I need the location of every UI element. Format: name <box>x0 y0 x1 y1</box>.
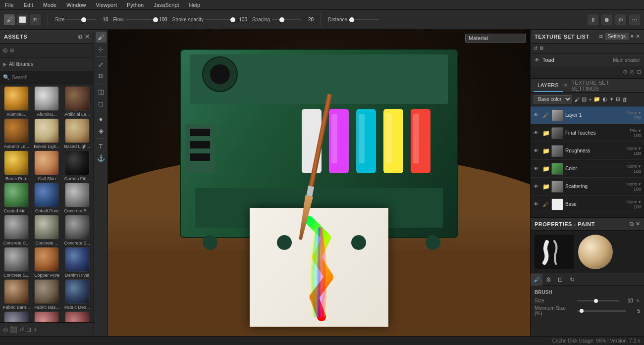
props-close-icon[interactable]: ✕ <box>636 221 640 227</box>
asset-item[interactable]: Fabric Barn... <box>2 279 31 310</box>
tsl-settings-button[interactable]: Settings <box>605 33 629 40</box>
assets-footer-add[interactable]: + <box>33 326 37 334</box>
assets-library-path[interactable]: All libraries <box>9 61 33 67</box>
layer-row[interactable]: 👁📁ColorNorm ▾100 <box>531 160 644 178</box>
layer-add-icon[interactable]: + <box>589 97 591 102</box>
props-tab-brush[interactable]: 🖌 <box>531 274 542 286</box>
asset-item[interactable]: Fabric Bas... <box>32 279 61 310</box>
tool-paint[interactable]: 🖌 <box>96 32 107 43</box>
layer-add-paint-icon[interactable]: 🖌 <box>574 97 580 102</box>
asset-item[interactable]: Calf Skin <box>32 150 61 181</box>
assets-grid-toggle[interactable]: ⊞ <box>10 48 14 53</box>
texture-set-toad-row[interactable]: 👁 Toad Main shader <box>531 53 644 66</box>
paint-brush-tool[interactable]: 🖌 <box>4 14 15 25</box>
menu-mode[interactable]: Mode <box>41 2 59 8</box>
size-slider-thumb[interactable] <box>81 17 86 22</box>
asset-item[interactable]: Fabric Knit... <box>2 311 31 322</box>
layer-mode-label[interactable]: Norm ▾ <box>627 182 642 187</box>
layer-mode-label[interactable]: Norm ▾ <box>627 146 642 151</box>
asset-item[interactable]: Carbon Fib... <box>63 150 92 181</box>
assets-tool-1[interactable]: ◎ <box>3 47 8 53</box>
props-tab-settings[interactable]: ⚙ <box>542 274 554 286</box>
layer-add-fill-icon[interactable]: ▥ <box>582 96 587 102</box>
asset-item[interactable]: Aluminu... <box>2 86 31 117</box>
asset-item[interactable]: Fabric Ros... <box>63 311 92 322</box>
tsl-chevron-icon[interactable]: ▾ <box>631 33 634 40</box>
tsl-bottom-icon-1[interactable]: ⚙ <box>623 69 628 75</box>
layer-mode-label[interactable]: Ptlv ▾ <box>630 128 641 133</box>
layers-tab[interactable]: LAYERS <box>534 79 563 92</box>
tool-shader[interactable]: ◈ <box>96 125 107 136</box>
smudge-tool[interactable]: ≋ <box>30 14 41 25</box>
assets-footer-icon-3[interactable]: ↺ <box>19 326 24 333</box>
flow-slider-track[interactable] <box>126 19 156 20</box>
menu-viewport[interactable]: Viewport <box>94 2 119 8</box>
layer-visibility-icon[interactable]: 👁 <box>534 148 540 153</box>
props-tab-fx[interactable]: ↻ <box>566 274 578 286</box>
size-slider-track[interactable] <box>66 19 96 20</box>
viewport-canvas[interactable] <box>108 30 530 336</box>
asset-item[interactable]: Baked Ligh... <box>32 118 61 149</box>
menu-window[interactable]: Window <box>64 2 88 8</box>
assets-footer-icon-1[interactable]: ◎ <box>3 326 8 333</box>
tsl-eye-icon[interactable]: 👁 <box>535 57 539 63</box>
toolbar-more-btn[interactable]: ⋯ <box>629 14 640 25</box>
tool-select[interactable]: ⊹ <box>96 44 107 54</box>
layer-delete-icon[interactable]: 🗑 <box>622 97 628 102</box>
asset-item[interactable]: Cobalt Pure <box>32 183 61 213</box>
tool-text[interactable]: T <box>96 141 107 151</box>
layer-mode-label[interactable]: Norm ▾ <box>627 164 642 169</box>
layer-mask-icon[interactable]: ◐ <box>602 96 607 102</box>
menu-help[interactable]: Help <box>187 2 203 8</box>
tsl-bottom-icon-2[interactable]: ◎ <box>630 69 635 75</box>
tsl-icon-1[interactable]: ↺ <box>534 46 537 51</box>
layer-row[interactable]: 👁🖌Layer 1Norm ▾100 <box>531 106 644 124</box>
assets-footer-icon-4[interactable]: ⊡ <box>26 326 31 333</box>
spacing-slider[interactable] <box>272 19 302 20</box>
asset-item[interactable]: Concrete B... <box>63 183 92 213</box>
asset-item[interactable]: Coated Me... <box>2 183 31 213</box>
asset-item[interactable]: Concrete C... <box>2 215 31 246</box>
layer-visibility-icon[interactable]: 👁 <box>534 112 540 118</box>
distance-thumb[interactable] <box>349 17 354 22</box>
assets-footer-icon-2[interactable]: ⬛ <box>10 326 17 333</box>
asset-item[interactable]: Baked Ligh... <box>63 118 92 149</box>
menu-file[interactable]: File <box>3 2 16 8</box>
layer-visibility-icon[interactable]: 👁 <box>534 201 540 207</box>
flow-slider-thumb[interactable] <box>153 17 158 22</box>
tsl-expand-icon[interactable]: ⧉ <box>599 33 603 40</box>
viewport[interactable]: Material Metalness/Roughness Specular/Gl… <box>108 30 530 336</box>
min-size-param-slider[interactable] <box>577 310 626 312</box>
tsl-close-icon[interactable]: ✕ <box>636 33 640 40</box>
toolbar-rec-btn[interactable]: ⏺ <box>601 14 612 25</box>
assets-close-icon[interactable]: ✕ <box>85 33 90 40</box>
layer-row[interactable]: 👁📁Final TouchesPtlv ▾100 <box>531 124 644 142</box>
tool-material[interactable]: ● <box>96 113 107 124</box>
layer-row[interactable]: 👁📁RoughnessNorm ▾100 <box>531 142 644 160</box>
layer-visibility-icon[interactable]: 👁 <box>534 130 540 136</box>
layer-visibility-icon[interactable]: 👁 <box>534 184 540 189</box>
layer-mode-label[interactable]: Norm ▾ <box>627 199 642 204</box>
asset-item[interactable]: Concrete S... <box>63 215 92 246</box>
layer-mode-label[interactable]: Norm ▾ <box>627 110 642 115</box>
size-param-thumb[interactable] <box>594 299 598 303</box>
search-input[interactable] <box>12 75 91 80</box>
asset-item[interactable]: Brass Pure <box>2 150 31 181</box>
texture-set-settings-tab[interactable]: TEXTURE SET SETTINGS <box>568 80 641 92</box>
asset-item[interactable]: Artificial Le... <box>63 86 92 117</box>
asset-item[interactable]: Aluminu... <box>32 86 61 117</box>
tsl-bottom-icon-3[interactable]: ⊡ <box>637 69 641 75</box>
size-param-slider[interactable] <box>577 300 619 301</box>
spacing-thumb[interactable] <box>279 17 284 22</box>
asset-item[interactable]: Autumn Le... <box>2 118 31 149</box>
layers-tab-close[interactable]: ✕ <box>564 83 568 88</box>
layer-visibility-icon[interactable]: 👁 <box>534 166 540 171</box>
tool-layers[interactable]: ⧉ <box>96 71 107 82</box>
layer-folder-icon[interactable]: 📁 <box>593 96 600 102</box>
stroke-opacity-slider[interactable] <box>206 19 235 20</box>
props-expand-icon[interactable]: ⧉ <box>630 221 634 227</box>
min-size-param-thumb[interactable] <box>580 309 584 313</box>
asset-item[interactable]: Concrete ... <box>32 215 61 246</box>
assets-expand-icon[interactable]: ⧉ <box>78 33 83 40</box>
toolbar-pause-btn[interactable]: ⏸ <box>588 14 598 25</box>
